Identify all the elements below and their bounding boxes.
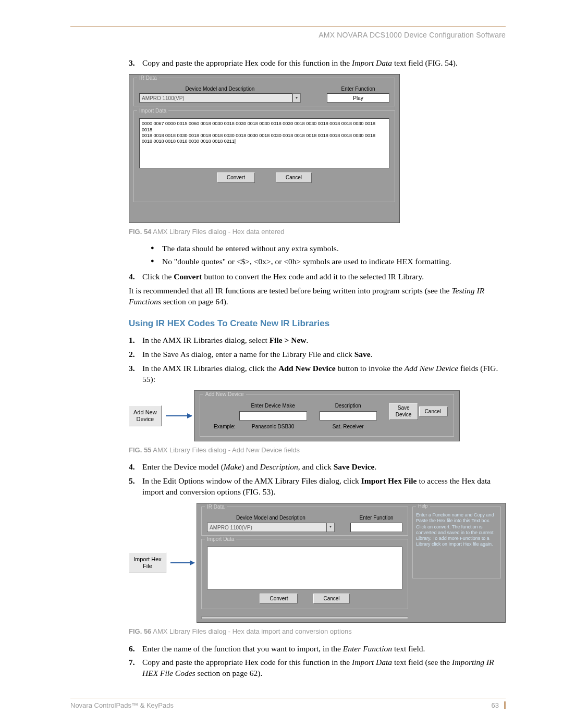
fig55-caption: FIG. 55 AMX Library Files dialog - Add N… (129, 446, 506, 455)
fig56-device-dropdown[interactable]: AMPRO 1100(VP) (207, 523, 326, 532)
fig56-help-text: Enter a Function name and Copy and Paste… (416, 512, 494, 547)
step-3-text-a: Copy and paste the appropriate Hex code … (142, 58, 352, 67)
fig54-cancel-button[interactable]: Cancel (276, 172, 312, 183)
chevron-down-icon-2[interactable]: ▾ (326, 523, 335, 532)
fig54-function-input[interactable]: Play (327, 93, 389, 103)
fig55-example-desc: Sat. Receiver (319, 421, 377, 431)
s3-c: button to invoke the (336, 364, 405, 373)
fig56-help-title: Help (416, 503, 430, 509)
section-heading: Using IR HEX Codes To Create New IR Libr… (129, 318, 506, 330)
running-header: AMX NOVARA DCS1000 Device Configuration … (70, 31, 506, 39)
s4-b: Make (224, 462, 241, 471)
fig54-device-dropdown[interactable]: AMPRO 1100(VP) (139, 93, 292, 103)
fig54-convert-button[interactable]: Convert (217, 172, 255, 183)
s4-g: . (374, 462, 376, 471)
s4-f: Save Device (334, 462, 375, 471)
s1-num: 1. (129, 335, 135, 346)
s6-b: Enter Function (343, 644, 392, 653)
fig55-save-button[interactable]: Save Device (389, 403, 418, 420)
s1-b: File > New (270, 336, 307, 344)
s4-num: 4. (129, 462, 135, 473)
s5-a: In the Edit Options window of the AMX Li… (142, 476, 361, 485)
fig56-function-input[interactable] (350, 523, 402, 532)
fig56-func-label: Enter Function (350, 514, 402, 522)
s2-a: In the Save As dialog, enter a name for … (142, 350, 354, 359)
s2-c: . (371, 350, 373, 359)
s4-c: ) and (241, 462, 260, 471)
fig55-desc-input[interactable] (320, 411, 377, 421)
s3-num: 3. (129, 363, 135, 374)
bullet-1: The data should be entered without any e… (151, 243, 506, 254)
fig56-irdata-title: IR Data (205, 503, 227, 511)
recommendation: It is recommended that all IR functions … (129, 286, 506, 307)
step-3: 3. Copy and paste the appropriate Hex co… (129, 58, 506, 69)
sec-step-3: 3. In the AMX IR Libraries dialog, click… (129, 363, 506, 385)
page-number: 63 (492, 701, 506, 709)
fig56-cancel-button[interactable]: Cancel (313, 594, 349, 604)
step-4: 4. Click the Convert button to convert t… (129, 272, 506, 282)
s5-b: Import Hex File (361, 476, 417, 485)
fig54-import-title: Import Data (137, 107, 168, 115)
figure-54: IR Data Device Model and Description AMP… (129, 74, 400, 223)
arrow-icon (166, 415, 192, 416)
fig54-cap-n: FIG. 54 (129, 228, 151, 236)
figure-56: IR Data Device Model and Description AMP… (197, 503, 506, 623)
fig55-example-label: Example: (205, 421, 239, 431)
s2-num: 2. (129, 349, 135, 360)
s5-num: 5. (129, 476, 135, 487)
sec-step-2: 2. In the Save As dialog, enter a name f… (129, 349, 506, 360)
step-4a: Click the (142, 272, 174, 281)
sec-step-5: 5. In the Edit Options window of the AMX… (129, 476, 506, 498)
fig56-hex-textarea[interactable] (207, 547, 402, 589)
s1-a: In the AMX IR Libraries dialog, select (142, 336, 270, 344)
s7-num: 7. (129, 657, 135, 668)
step-4b: Convert (174, 272, 202, 281)
s6-num: 6. (129, 644, 135, 655)
fig56-import-title: Import Data (205, 536, 236, 543)
fig54-irdata-title: IR Data (137, 75, 159, 82)
s3-a: In the AMX IR Libraries dialog, click th… (142, 364, 278, 373)
sec-step-6: 6. Enter the name of the function that y… (129, 644, 506, 655)
top-rule (70, 26, 506, 27)
s4-d: Description (260, 462, 298, 471)
s4-a: Enter the Device model ( (142, 462, 224, 471)
step-4-num: 4. (129, 272, 135, 282)
figure-55: Add New Device Enter Device Make Descrip… (194, 390, 460, 441)
s7-c: text field (see the (392, 658, 452, 667)
bullet-2: No "double quotes" or <$>, <0x>, or <0h>… (151, 256, 506, 267)
fig56-convert-button[interactable]: Convert (260, 594, 298, 604)
footer-title: Novara ControlPads™ & KeyPads (70, 701, 174, 709)
fig55-group-title: Add New Device (203, 391, 246, 398)
step-4c: button to convert the Hex code and add i… (202, 272, 424, 281)
arrow-icon-2 (170, 562, 194, 563)
fig56-callout: Import Hex File (129, 552, 166, 573)
fig55-cap-t: AMX Library Files dialog - Add New Devic… (151, 446, 300, 454)
s7-e: section on page 62). (195, 669, 263, 677)
fig56-help-box: Help Enter a Function name and Copy and … (412, 507, 501, 578)
sec-step-1: 1. In the AMX IR Libraries dialog, selec… (129, 335, 506, 346)
sec-step-4: 4. Enter the Device model (Make) and Des… (129, 462, 506, 473)
fig56-caption: FIG. 56 AMX Library Files dialog - Hex d… (129, 627, 506, 636)
s6-c: text field. (392, 644, 425, 653)
fig54-func-label: Enter Function (327, 85, 389, 93)
fig55-cancel-button[interactable]: Cancel (419, 406, 448, 417)
s4-e: , and click (298, 462, 334, 471)
s3-b: Add New Device (278, 364, 335, 373)
fig54-device-label: Device Model and Description (139, 85, 301, 93)
fig56-cap-n: FIG. 56 (129, 627, 151, 635)
s7-b: Import Data (352, 658, 392, 667)
fig56-cap-t: AMX Library Files dialog - Hex data impo… (151, 627, 351, 635)
rec-a: It is recommended that all IR functions … (129, 286, 451, 295)
fig56-device-label: Device Model and Description (207, 514, 335, 522)
step-3-num: 3. (129, 58, 135, 69)
fig54-hex-textarea[interactable]: 0000 0067 0000 0015 0060 0018 0030 0018 … (139, 118, 389, 168)
fig55-example-make: Panasonic DSB30 (239, 421, 308, 431)
chevron-down-icon[interactable]: ▾ (292, 93, 301, 103)
scrollbar[interactable] (201, 616, 408, 619)
page-footer: Novara ControlPads™ & KeyPads 63 (70, 698, 506, 709)
fig55-make-input[interactable] (239, 411, 307, 421)
step-3-text-c: text field (FIG. 54). (392, 58, 458, 67)
step-3-text-b: Import Data (352, 58, 392, 67)
s3-d: Add New Device (405, 364, 458, 373)
fig55-cap-n: FIG. 55 (129, 446, 151, 454)
